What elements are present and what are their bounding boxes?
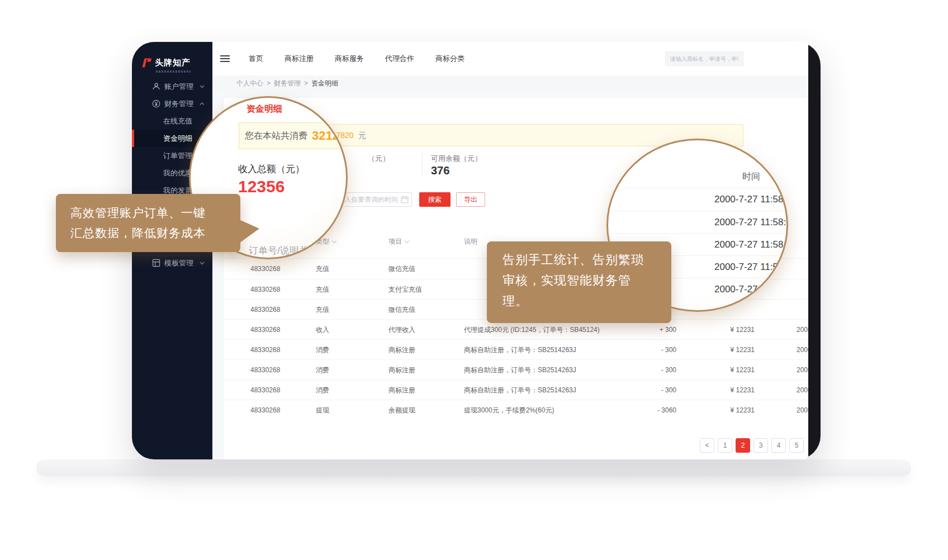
sidebar-subitem[interactable]: 在线充值 (132, 112, 212, 130)
cell-type: 提现 (316, 400, 329, 420)
cell-project: 商标注册 (388, 380, 415, 400)
user-icon (152, 82, 160, 91)
table-row[interactable]: 48330268 消费 商标注册 商标自助注册，订单号：SB2514263J -… (224, 359, 808, 379)
cell-amount: - 300 (581, 360, 676, 380)
trademark-search-input[interactable] (665, 51, 743, 66)
cell-order-no: 48330268 (250, 279, 280, 300)
magnified-banner-label: 您在本站共消费 (245, 130, 307, 142)
pagination-page-button[interactable]: 5 (789, 438, 804, 453)
nav-item[interactable]: 代理合作 (375, 42, 425, 75)
sidebar-item-account[interactable]: 账户管理 (132, 78, 212, 95)
banner-unit: 元 (358, 131, 366, 140)
cell-project: 商标注册 (388, 360, 415, 380)
table-row[interactable]: 48330268 消费 商标注册 商标自助注册，订单号：SB2514263J -… (224, 339, 808, 359)
top-navbar: 首页 商标注册 商标服务 代理合作 商标分类 (212, 42, 808, 75)
sidebar-item-label: 财务管理 (164, 99, 193, 109)
cell-balance: ¥ 12231 (688, 320, 755, 340)
cell-amount: - 300 (581, 340, 676, 360)
cell-amount: - 300 (581, 380, 676, 400)
cell-project: 商标注册 (388, 340, 415, 360)
available-balance-label: 可用余额（元） (431, 154, 482, 164)
active-indicator (132, 164, 134, 182)
pagination-page-button[interactable]: 2 (736, 438, 750, 453)
breadcrumb-item[interactable]: 财务管理 (274, 79, 301, 88)
pagination-page-button[interactable]: 3 (753, 438, 768, 453)
brand-logo-icon (141, 58, 152, 68)
nav-item[interactable]: 商标注册 (274, 42, 324, 75)
cell-balance: ¥ 12231 (688, 340, 755, 360)
cell-project: 支付宝充值 (388, 279, 422, 300)
stage: 头牌知产 账户管理 (0, 0, 948, 560)
nav-item[interactable]: 商标分类 (425, 42, 475, 75)
cell-description: 商标自助注册，订单号：SB2514263J (464, 340, 576, 360)
callout-right-text: 告别手工统计、告别繁琐审核，实现智能财务管理。 (503, 249, 671, 311)
magnified-time-value: 2000-7-27 11:58:03 (608, 211, 786, 233)
cell-balance: ¥ 12231 (688, 400, 755, 420)
cell-balance: ¥ 12231 (688, 360, 755, 380)
breadcrumb-current: 资金明细 (311, 79, 338, 88)
cell-type: 充值 (316, 279, 329, 300)
cell-order-no: 48330268 (250, 300, 280, 320)
pagination-page-button[interactable]: 4 (771, 438, 786, 453)
breadcrumb-separator: > (304, 79, 308, 87)
income-total-value: 12356 (238, 177, 285, 196)
cell-type: 充值 (316, 259, 329, 279)
chevron-down-icon (200, 85, 205, 88)
cell-order-no: 48330268 (250, 380, 280, 400)
cell-type: 消费 (316, 340, 329, 360)
logo: 头牌知产 (132, 42, 212, 78)
breadcrumb: 个人中心 > 财务管理 > 资金明细 (212, 75, 808, 91)
breadcrumb-item[interactable]: 个人中心 (236, 79, 263, 88)
cell-description: 商标自助注册，订单号：SB2514263J (464, 380, 576, 400)
export-button[interactable]: 导出 (456, 192, 485, 207)
nav-item[interactable]: 首页 (238, 42, 274, 75)
pagination-prev-button[interactable]: < (700, 438, 714, 453)
cell-description: 商标自助注册，订单号：SB2514263J (464, 360, 576, 380)
cell-time: 2000-7-27 11:58:03 (797, 340, 808, 360)
magnified-time-value: 2000-7-27 11:58:03 (608, 188, 786, 211)
nav-item[interactable]: 商标服务 (324, 42, 375, 75)
available-balance-value: 376 (431, 164, 449, 177)
laptop-base (36, 459, 911, 476)
cell-description: 提现3000元，手续费2%(60元) (464, 400, 554, 420)
cell-order-no: 48330268 (250, 340, 280, 360)
cell-time: 2000-7-27 11:58:03 (797, 360, 808, 380)
cell-order-no: 48330268 (250, 360, 280, 380)
hamburger-menu-icon[interactable] (220, 55, 230, 63)
pagination-page-button[interactable]: 1 (718, 438, 732, 453)
chevron-down-icon (200, 262, 205, 265)
column-header-project[interactable]: 项目 (388, 231, 409, 251)
nav-menu: 首页 商标注册 商标服务 代理合作 商标分类 (238, 42, 475, 75)
callout-right: 告别手工统计、告别繁琐审核，实现智能财务管理。 (487, 241, 671, 323)
cell-order-no: 48330268 (250, 320, 280, 340)
sidebar-item-label: 账户管理 (164, 82, 193, 92)
table-row[interactable]: 48330268 提现 余额提现 提现3000元，手续费2%(60元) - 30… (224, 400, 808, 420)
callout-line: 理。 (503, 291, 671, 311)
column-header-desc: 说明 (464, 231, 477, 251)
sidebar-item-template[interactable]: 模板管理 (132, 254, 212, 272)
calendar-icon[interactable] (401, 196, 409, 203)
sidebar-item-finance[interactable]: 财务管理 (132, 95, 212, 112)
table-row[interactable]: 48330268 消费 商标注册 商标自助注册，订单号：SB2514263J -… (224, 379, 808, 400)
callout-line: 审核，实现智能财务管 (503, 270, 671, 291)
cell-type: 消费 (316, 380, 329, 400)
callout-left: 高效管理账户订单、一键汇总数据，降低财务成本 (56, 194, 240, 252)
callout-line: 汇总数据，降低财务成本 (70, 223, 240, 243)
cell-project: 代理收入 (388, 320, 415, 340)
callout-line: 高效管理账户订单、一键 (70, 203, 240, 223)
income-total-label: 收入总额（元） (238, 163, 305, 175)
pagination: < 1 2 3 4 (700, 438, 804, 453)
cell-amount: - 3060 (581, 400, 676, 420)
search-button[interactable]: 搜索 (419, 192, 451, 207)
callout-line: 告别手工统计、告别繁琐 (503, 249, 671, 270)
cell-time: 2000-7-27 11:58:03 (797, 380, 808, 400)
cell-project: 余额提现 (388, 400, 415, 420)
cell-type: 收入 (316, 320, 329, 340)
cell-project: 微信充值 (388, 300, 415, 320)
time-column-header: 时间 (742, 171, 760, 183)
template-icon (152, 259, 160, 267)
cell-type: 充值 (316, 300, 329, 320)
coin-icon (152, 99, 160, 108)
sidebar-subitem-label: 资金明细 (163, 134, 192, 144)
cell-order-no: 48330268 (250, 400, 280, 420)
